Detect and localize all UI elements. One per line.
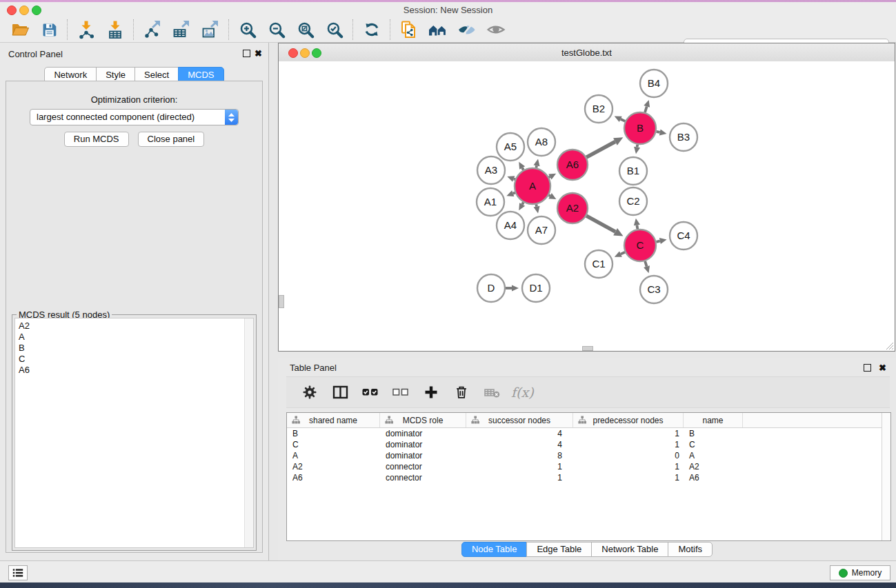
graph-node-A5[interactable]: A5 (497, 133, 524, 161)
graph-edge-A2-C[interactable] (586, 216, 623, 236)
graph-edge-C-C2[interactable] (634, 219, 640, 230)
network-canvas[interactable]: B4B2BB3A5A8A6B1A3AC2A1A2A4A7C4CC1C3DD1 (279, 61, 895, 351)
graph-edge-A-A4[interactable] (519, 203, 525, 211)
table-cell[interactable]: 1 (573, 429, 684, 438)
import-network-from-file-icon[interactable] (72, 19, 101, 41)
network-window-titlebar[interactable]: testGlobe.txt (279, 43, 895, 62)
import-table-from-file-icon[interactable] (101, 19, 130, 41)
graph-edge-B-B2[interactable] (615, 116, 626, 122)
show-column-icon[interactable] (328, 382, 352, 403)
delete-row-icon[interactable] (449, 382, 474, 403)
refresh-view-icon[interactable] (357, 19, 386, 41)
graph-node-A3[interactable]: A3 (477, 156, 505, 184)
deselect-all-rows-icon[interactable] (388, 382, 413, 403)
memory-button[interactable]: Memory (830, 565, 890, 580)
show-hidden-icon[interactable] (481, 19, 510, 41)
table-cell[interactable]: B (287, 429, 380, 438)
graph-edge-A6-B[interactable] (586, 137, 623, 157)
graph-node-C[interactable]: C (624, 230, 656, 261)
graph-node-A2[interactable]: A2 (557, 193, 588, 223)
add-row-icon[interactable] (419, 382, 444, 403)
column-header-mcds-role[interactable]: MCDS role (380, 413, 466, 427)
graph-node-A1[interactable]: A1 (477, 188, 504, 216)
graph-edge-A-A3[interactable] (507, 176, 515, 182)
graph-edge-B-B4[interactable] (644, 100, 650, 112)
table-cell[interactable]: C (684, 440, 743, 449)
column-header-shared-name[interactable]: shared name (287, 413, 380, 427)
graph-edge-C-C3[interactable] (644, 261, 650, 273)
column-header-predecessor-nodes[interactable]: predecessor nodes (573, 413, 684, 427)
table-cell[interactable]: A6 (287, 473, 380, 483)
table-cell[interactable]: 4 (466, 429, 573, 438)
close-panel-icon[interactable]: ✖ (255, 49, 262, 58)
graph-node-A[interactable]: A (515, 168, 550, 204)
table-cell[interactable]: 0 (573, 451, 684, 460)
mcds-result-item[interactable]: A2 (15, 318, 253, 332)
graph-edge-A-A2[interactable] (548, 193, 556, 199)
table-cell[interactable]: dominator (380, 440, 466, 449)
mcds-result-item[interactable]: A (15, 332, 253, 343)
table-row[interactable]: Adominator80A (287, 450, 890, 461)
new-network-from-selection-icon[interactable] (395, 19, 424, 41)
table-scrollbar[interactable] (882, 413, 890, 540)
export-table-icon[interactable] (167, 19, 196, 41)
table-cell[interactable]: A6 (684, 473, 743, 483)
graph-edge-C-C1[interactable] (615, 251, 625, 256)
table-row[interactable]: Cdominator41C (287, 439, 890, 450)
table-cell[interactable]: connector (380, 473, 466, 483)
table-cell[interactable]: A2 (287, 462, 380, 472)
zoom-out-icon[interactable] (262, 19, 291, 41)
settings-gear-icon[interactable] (297, 382, 322, 403)
result-scrollbar[interactable] (244, 318, 253, 547)
graph-node-C2[interactable]: C2 (619, 187, 647, 215)
graph-node-A7[interactable]: A7 (528, 216, 555, 244)
graph-node-B3[interactable]: B3 (670, 123, 697, 151)
graph-edge-A-A1[interactable] (506, 190, 515, 196)
table-cell[interactable]: C (287, 440, 380, 449)
graph-edge-B-B3[interactable] (657, 129, 667, 135)
node-table[interactable]: shared nameMCDS rolesuccessor nodesprede… (286, 412, 891, 541)
graph-node-A4[interactable]: A4 (497, 212, 524, 239)
graph-edge-B-B1[interactable] (634, 145, 640, 154)
table-cell[interactable]: 1 (573, 440, 684, 449)
column-header-successor-nodes[interactable]: successor nodes (466, 413, 573, 427)
table-cell[interactable]: 1 (573, 462, 684, 472)
table-row[interactable]: Bdominator41B (287, 428, 890, 439)
vertical-scroll-thumb[interactable] (279, 295, 284, 308)
graph-node-B4[interactable]: B4 (640, 70, 668, 97)
zoom-selected-region-icon[interactable] (320, 19, 349, 41)
resize-grip-icon[interactable] (885, 341, 894, 350)
task-history-button[interactable] (8, 565, 28, 580)
graph-node-C3[interactable]: C3 (640, 276, 668, 303)
mcds-result-item[interactable]: C (15, 354, 253, 365)
tab-network-table[interactable]: Network Table (591, 542, 668, 557)
zoom-in-icon[interactable] (233, 19, 262, 41)
horizontal-scroll-thumb[interactable] (582, 346, 593, 351)
zoom-fit-content-icon[interactable] (291, 19, 320, 41)
float-panel-icon[interactable] (243, 50, 250, 57)
graph-node-D1[interactable]: D1 (522, 274, 550, 302)
export-network-icon[interactable] (138, 19, 167, 41)
run-mcds-button[interactable]: Run MCDS (64, 132, 129, 147)
close-panel-button[interactable]: Close panel (138, 132, 205, 147)
table-row[interactable]: A2connector11A2 (287, 461, 890, 472)
table-cell[interactable]: 8 (466, 451, 573, 460)
table-cell[interactable]: connector (380, 462, 466, 472)
graph-node-B1[interactable]: B1 (619, 157, 647, 185)
hide-selected-icon[interactable] (452, 19, 481, 41)
show-all-networks-icon[interactable] (424, 19, 452, 41)
graph-edge-A-A5[interactable] (519, 162, 525, 170)
graph-node-B[interactable]: B (624, 112, 656, 144)
graph-node-C4[interactable]: C4 (670, 222, 697, 250)
open-session-icon[interactable] (6, 19, 34, 41)
criterion-select[interactable]: largest connected component (directed) (30, 109, 239, 125)
graph-node-A8[interactable]: A8 (528, 128, 555, 156)
mcds-result-item[interactable]: B (15, 343, 253, 354)
table-cell[interactable]: 1 (573, 473, 684, 483)
tab-edge-table[interactable]: Edge Table (526, 542, 592, 557)
table-cell[interactable]: A (684, 451, 743, 460)
float-table-panel-icon[interactable] (864, 364, 871, 372)
table-cell[interactable]: dominator (380, 429, 466, 438)
table-cell[interactable]: 1 (466, 462, 573, 472)
graph-edge-A-A8[interactable] (534, 159, 540, 168)
